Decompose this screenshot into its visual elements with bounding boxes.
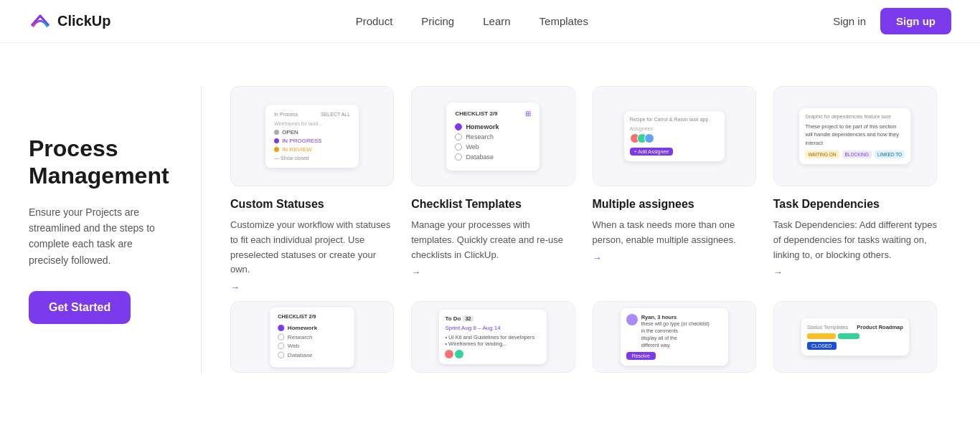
- bottom-sprint-image: To Do 32 Sprint Aug 8 – Aug 14 • UI Kit …: [411, 301, 575, 373]
- sign-in-link[interactable]: Sign in: [833, 15, 866, 27]
- sidebar-divider: [201, 86, 202, 373]
- nav-templates[interactable]: Templates: [540, 15, 588, 27]
- page-title: Process Management: [29, 135, 172, 190]
- checklist-templates-title: Checklist Templates: [411, 198, 575, 211]
- multiple-assignees-title: Multiple assignees: [593, 198, 756, 211]
- feature-custom-statuses: In Process SELECT ALL Wireframes for lan…: [230, 86, 394, 292]
- logo[interactable]: ClickUp: [29, 10, 110, 33]
- bottom-comments-image: Ryan, 3 hours these will go type (or che…: [593, 301, 756, 373]
- nav-learn[interactable]: Learn: [483, 15, 510, 27]
- mock-checklist-ui: CHECKLIST 2/9 ⊞ Homework Research: [446, 103, 540, 171]
- task-dependencies-title: Task Dependencies: [773, 198, 937, 211]
- checklist-templates-desc: Manage your processes with templates. Qu…: [411, 218, 575, 262]
- multiple-assignees-image: Recipe for Carrot & Raisin task app Assi…: [593, 86, 756, 186]
- nav-pricing[interactable]: Pricing: [421, 15, 454, 27]
- clickup-logo-icon: [29, 10, 52, 33]
- navbar: ClickUp Product Pricing Learn Templates …: [0, 0, 980, 43]
- custom-statuses-image: In Process SELECT ALL Wireframes for lan…: [230, 86, 394, 186]
- feature-multiple-assignees: Recipe for Carrot & Raisin task app Assi…: [593, 86, 756, 292]
- multiple-assignees-desc: When a task needs more than one person, …: [593, 218, 756, 248]
- bottom-features-row: CHECKLIST 2/9 Homework Research Web: [223, 301, 958, 373]
- get-started-button[interactable]: Get Started: [29, 291, 131, 324]
- task-dependencies-link[interactable]: →: [773, 267, 937, 277]
- nav-actions: Sign in Sign up: [833, 8, 951, 34]
- mock-status-ui: In Process SELECT ALL Wireframes for lan…: [265, 105, 359, 168]
- sidebar: Process Management Ensure your Projects …: [0, 86, 187, 373]
- custom-statuses-desc: Customize your workflow with statuses to…: [230, 218, 394, 277]
- task-dependencies-desc: Task Dependencies: Add different types o…: [773, 218, 937, 262]
- checklist-templates-image: CHECKLIST 2/9 ⊞ Homework Research: [411, 86, 575, 186]
- sign-up-button[interactable]: Sign up: [880, 8, 951, 34]
- nav-product[interactable]: Product: [356, 15, 393, 27]
- checklist-templates-link[interactable]: →: [411, 267, 575, 277]
- page-content: Process Management Ensure your Projects …: [0, 43, 980, 401]
- bottom-checklist-image: CHECKLIST 2/9 Homework Research Web: [230, 301, 394, 373]
- features-grid: In Process SELECT ALL Wireframes for lan…: [223, 86, 958, 294]
- task-dependencies-image: Graphic for dependencies feature sure Th…: [773, 86, 937, 186]
- logo-text: ClickUp: [57, 13, 110, 29]
- feature-checklist-templates: CHECKLIST 2/9 ⊞ Homework Research: [411, 86, 575, 292]
- nav-links: Product Pricing Learn Templates: [356, 15, 588, 27]
- sidebar-description: Ensure your Projects are streamlined and…: [29, 204, 172, 269]
- custom-statuses-title: Custom Statuses: [230, 198, 394, 211]
- feature-task-dependencies: Graphic for dependencies feature sure Th…: [773, 86, 937, 292]
- bottom-roadmap-image: Status Templates Product Roadmap CLOSED: [773, 301, 937, 373]
- custom-statuses-link[interactable]: →: [230, 282, 394, 292]
- multiple-assignees-link[interactable]: →: [593, 252, 756, 263]
